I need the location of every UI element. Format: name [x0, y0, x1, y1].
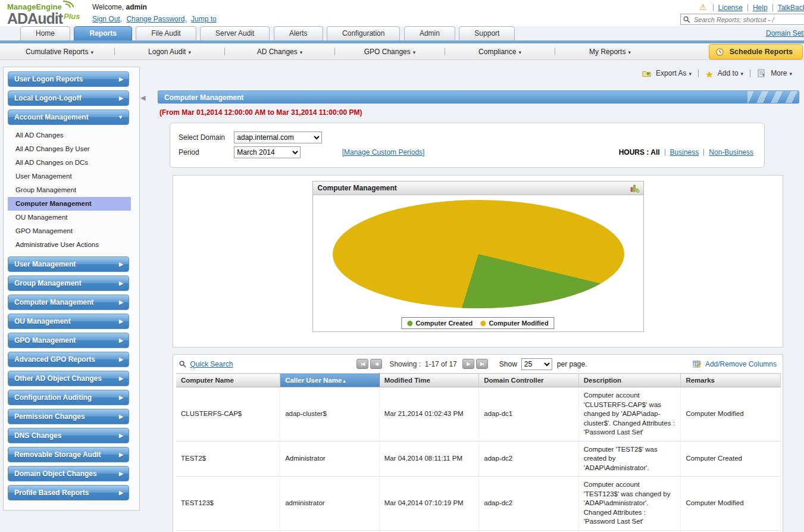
submenu-group-management[interactable]: Group Management	[8, 183, 131, 197]
tab-admin[interactable]: Admin	[404, 26, 455, 40]
subnav-compliance[interactable]: Compliance▾	[453, 48, 546, 56]
sidebar-item-group-management[interactable]: Group Management▶	[8, 276, 129, 291]
chevron-right-icon: ▶	[119, 91, 123, 106]
chevron-right-icon: ▶	[119, 295, 123, 310]
subnav-cumulative-reports[interactable]: Cumulative Reports▾	[13, 48, 106, 56]
tab-server-audit[interactable]: Server Audit	[200, 26, 270, 40]
sign-out-link[interactable]: Sign Out,	[92, 15, 122, 23]
sidebar-item-ou-management[interactable]: OU Management▶	[8, 314, 129, 329]
sidebar-item-permission-changes[interactable]: Permission Changes▶	[8, 409, 129, 424]
tab-home[interactable]: Home	[20, 26, 70, 40]
welcome-block: Welcome, admin Sign Out, Change Password…	[92, 3, 219, 23]
sidebar-item-local-logon-logoff[interactable]: Local Logon-Logoff▶	[8, 90, 129, 106]
legend-dot-created	[407, 321, 412, 326]
sidebar-item-dns-changes[interactable]: DNS Changes▶	[8, 428, 129, 443]
col-header-caller-user-name[interactable]: Caller User Name▴	[280, 374, 380, 387]
chevron-right-icon: ▶	[119, 352, 123, 367]
sidebar-item-account-management[interactable]: Account Management▼	[8, 109, 129, 125]
tab-file-audit[interactable]: File Audit	[136, 26, 196, 40]
sidebar-collapse-handle[interactable]: ◀	[140, 94, 145, 102]
talkback-link[interactable]: TalkBack	[778, 4, 804, 12]
search-input[interactable]	[693, 15, 804, 24]
submenu-all-ad-changes-on-dcs[interactable]: All AD Changes on DCs	[8, 156, 131, 170]
page-last-button[interactable]: ▶|	[476, 359, 488, 369]
subnav-ad-changes[interactable]: AD Changes▾	[233, 48, 326, 56]
caret-down-icon: ▾	[628, 49, 631, 55]
export-icon	[642, 69, 651, 77]
pagination: |◀ ◀ Showing : 1-17 of 17 ▶ ▶| Show 25 p…	[356, 358, 587, 370]
chevron-right-icon: ▶	[119, 314, 123, 329]
table-controls: Quick Search |◀ ◀ Showing : 1-17 of 17 ▶…	[173, 355, 783, 373]
submenu-all-ad-changes-by-user[interactable]: All AD Changes By User	[8, 142, 131, 156]
report-filter-panel: Select Domain adap.internal.com Period M…	[170, 123, 765, 168]
subnav-gpo-changes[interactable]: GPO Changes▾	[343, 48, 436, 56]
app-header: ManageEngine ADAuditPlus Welcome, admin …	[0, 0, 804, 26]
sidebar-item-domain-object-changes[interactable]: Domain Object Changes▶	[8, 466, 129, 481]
add-remove-columns-button[interactable]: Add/Remove Columns	[693, 360, 777, 368]
warning-icon[interactable]: ⚠	[699, 2, 707, 12]
logo-suffix: Plus	[64, 12, 80, 21]
more-button[interactable]: More▾	[758, 69, 792, 77]
page-next-button[interactable]: ▶	[462, 359, 474, 369]
col-header-computer-name[interactable]: Computer Name	[176, 374, 280, 387]
sidebar-item-profile-based-reports[interactable]: Profile Based Reports▶	[8, 485, 129, 500]
submenu-gpo-management[interactable]: GPO Management	[8, 224, 131, 238]
change-password-link[interactable]: Change Password,	[126, 15, 186, 23]
sidebar-item-user-management[interactable]: User Management▶	[8, 256, 129, 272]
sidebar-item-user-logon-reports[interactable]: User Logon Reports▶	[8, 71, 129, 87]
jump-to-link[interactable]: Jump to	[191, 15, 217, 23]
report-search-box	[680, 14, 804, 25]
search-icon	[683, 16, 690, 23]
submenu-user-management[interactable]: User Management	[8, 170, 131, 183]
tab-configuration[interactable]: Configuration	[327, 26, 400, 40]
domain-select[interactable]: adap.internal.com	[234, 132, 322, 143]
search-icon	[179, 361, 186, 368]
license-link[interactable]: License	[718, 4, 743, 12]
chart-legend: Computer Created Computer Modified	[401, 317, 554, 329]
page-prev-button[interactable]: ◀	[370, 359, 382, 369]
schedule-reports-button[interactable]: Schedule Reports	[709, 44, 803, 60]
submenu-ou-management[interactable]: OU Management	[8, 211, 131, 224]
sidebar-item-other-ad-object-changes[interactable]: Other AD Object Changes▶	[8, 371, 129, 386]
sidebar-item-gpo-management[interactable]: GPO Management▶	[8, 333, 129, 348]
sidebar-item-removable-storage-audit[interactable]: Removable Storage Audit▶	[8, 447, 129, 462]
submenu-computer-management[interactable]: Computer Management	[8, 197, 131, 211]
subnav-logon-audit[interactable]: Logon Audit▾	[123, 48, 216, 56]
page-size-select[interactable]: 25	[521, 358, 552, 370]
col-header-remarks[interactable]: Remarks	[681, 374, 781, 387]
help-link[interactable]: Help	[753, 4, 768, 12]
hours-non-business-link[interactable]: Non-Business	[709, 148, 753, 157]
subnav-my-reports[interactable]: My Reports▾	[564, 48, 656, 56]
chevron-right-icon: ▶	[119, 486, 123, 500]
hours-business-link[interactable]: Business	[670, 148, 699, 157]
add-to-button[interactable]: ★ Add to▾	[706, 69, 746, 77]
tab-alerts[interactable]: Alerts	[274, 26, 323, 40]
chart-title: Computer Management	[318, 184, 397, 192]
logo-swoosh-icon	[63, 1, 74, 7]
more-icon	[758, 69, 766, 77]
col-header-domain-controller[interactable]: Domain Controller	[479, 374, 579, 387]
per-page-label: per page.	[557, 360, 587, 368]
tab-support[interactable]: Support	[459, 26, 515, 40]
period-select[interactable]: March 2014	[234, 146, 301, 158]
caret-down-icon: ▾	[413, 49, 416, 55]
export-as-button[interactable]: Export As▾	[642, 69, 694, 77]
tab-reports[interactable]: Reports	[74, 26, 132, 40]
caret-down-icon: ▾	[789, 71, 792, 77]
select-domain-label: Select Domain	[179, 130, 232, 145]
logo-product: ADAudit	[7, 10, 62, 27]
sidebar-item-computer-management[interactable]: Computer Management▶	[8, 295, 129, 310]
col-header-modified-time[interactable]: Modified Time	[379, 374, 479, 387]
col-header-description[interactable]: Description	[578, 374, 681, 387]
manage-custom-periods-link[interactable]: [Manage Custom Periods]	[342, 148, 425, 157]
chevron-down-icon: ▼	[118, 110, 123, 125]
chevron-right-icon: ▶	[119, 390, 123, 405]
submenu-administrative-user-actions[interactable]: Administrative User Actions	[8, 238, 131, 252]
hours-all-label: HOURS : All	[619, 148, 660, 157]
quick-search-button[interactable]: Quick Search	[179, 360, 233, 368]
page-first-button[interactable]: |◀	[356, 359, 368, 369]
sidebar-item-configuration-auditing[interactable]: Configuration Auditing▶	[8, 390, 129, 405]
sidebar-item-advanced-gpo-reports[interactable]: Advanced GPO Reports▶	[8, 352, 129, 367]
submenu-all-ad-changes[interactable]: All AD Changes	[8, 129, 131, 142]
domain-settings-link[interactable]: Domain Settings	[766, 29, 804, 37]
